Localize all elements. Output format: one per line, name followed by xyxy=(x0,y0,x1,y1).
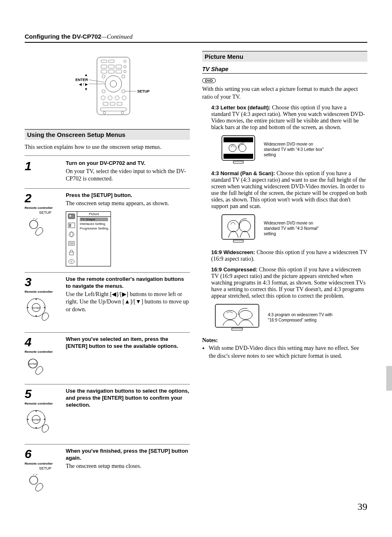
remote-controller-label: Remote controller xyxy=(25,402,66,405)
page-header: Configuring the DV-CP702—Continued xyxy=(25,33,367,43)
svg-point-27 xyxy=(121,111,124,114)
svg-point-18 xyxy=(101,96,105,100)
tv-illustration-compressed: 4:3 program on widescreen TV with "16:9 … xyxy=(214,303,367,331)
picture-icon xyxy=(68,213,75,219)
svg-point-19 xyxy=(108,96,112,100)
svg-text:▲: ▲ xyxy=(84,73,88,77)
option-letterbox: 4:3 Letter box (default): Choose this op… xyxy=(211,104,367,131)
svg-rect-63 xyxy=(224,154,253,159)
svg-rect-1 xyxy=(101,60,107,62)
nav-ring-icon: ENTER xyxy=(25,296,66,326)
nav-ring-icon: ENTER xyxy=(25,408,66,438)
svg-point-7 xyxy=(124,65,126,68)
setup-button-icon xyxy=(25,473,66,495)
svg-point-41 xyxy=(69,232,74,237)
svg-rect-47 xyxy=(69,252,74,255)
svg-rect-10 xyxy=(116,70,122,73)
svg-point-58 xyxy=(30,476,38,484)
step-1: 1 Turn on your DV-CP702 and TV. On your … xyxy=(25,155,190,189)
header-title: Configuring the DV-CP702 xyxy=(25,33,101,40)
osd-item: Interlaced Setting xyxy=(80,222,108,226)
svg-point-17 xyxy=(122,90,125,93)
lock-icon xyxy=(68,250,75,255)
svg-point-16 xyxy=(102,90,105,93)
option-label: 4:3 Letter box (default): xyxy=(211,104,272,111)
svg-point-68 xyxy=(228,220,239,232)
svg-rect-25 xyxy=(100,108,127,111)
tv-illustration-letterbox: Widescreen DVD movie on standard TV with… xyxy=(221,135,367,164)
left-column: ▲ ENTER ◀ / ▶ ▼ SETUP Using the Onscreen… xyxy=(25,51,190,501)
enter-button-icon: ENTER xyxy=(25,356,66,378)
svg-point-13 xyxy=(110,81,117,87)
step-body: The onscreen setup menu appears, as show… xyxy=(66,200,190,207)
step-number: 4 xyxy=(25,336,66,348)
svg-rect-4 xyxy=(101,65,107,68)
svg-rect-2 xyxy=(108,60,114,62)
caption: Widescreen DVD movie on standard TV with… xyxy=(264,220,330,236)
disc-icon xyxy=(68,259,75,264)
step-bold: When you've selected an item, press the … xyxy=(66,336,190,350)
intro-body: With this setting you can select a pictu… xyxy=(202,86,367,101)
svg-rect-0 xyxy=(97,57,130,115)
notes-heading: Notes: xyxy=(202,337,367,344)
svg-line-36 xyxy=(35,218,37,220)
step-bold: Press the [SETUP] button. xyxy=(66,192,190,199)
remote-controller-label: Remote controller xyxy=(25,290,66,294)
remote-diagram: ▲ ENTER ◀ / ▶ ▼ SETUP xyxy=(25,55,190,117)
step-number: 2 xyxy=(25,192,66,204)
svg-text:ENTER: ENTER xyxy=(32,307,41,309)
svg-line-59 xyxy=(33,474,35,475)
svg-rect-9 xyxy=(108,70,114,73)
svg-point-11 xyxy=(124,70,126,73)
svg-rect-22 xyxy=(103,102,108,105)
tv-illustration-panscan: Widescreen DVD movie on standard TV with… xyxy=(221,214,367,243)
osd-item: Progressive Setting xyxy=(80,227,108,230)
osd-title: Picture xyxy=(77,212,111,217)
diagram-enter-label: ENTER xyxy=(75,78,88,82)
step-bold: Turn on your DV-CP702 and TV. xyxy=(66,160,190,167)
svg-rect-24 xyxy=(117,102,122,105)
step-bold: Use the remote controller's navigation b… xyxy=(66,276,190,290)
option-label: 4:3 Normal (Pan & Scan): xyxy=(211,170,277,176)
svg-point-38 xyxy=(69,215,71,217)
svg-point-65 xyxy=(239,144,246,152)
step-4: 4 Remote controller ENTER When you've se… xyxy=(25,333,190,384)
remote-controller-label: Remote controller xyxy=(25,206,66,210)
section-heading-picture-menu: Picture Menu xyxy=(202,51,367,62)
svg-text:ENTER: ENTER xyxy=(32,419,41,421)
display-icon xyxy=(68,222,75,228)
option-widescreen: 16:9 Widescreen: Choose this option if y… xyxy=(211,249,367,262)
svg-rect-66 xyxy=(233,161,243,163)
page-number: 39 xyxy=(357,501,367,512)
svg-point-69 xyxy=(239,220,251,232)
option-label: 16:9 Widescreen: xyxy=(211,249,256,255)
step-body: Use the Left/Right [◀]/[▶] buttons to mo… xyxy=(66,291,190,313)
svg-rect-8 xyxy=(101,70,107,73)
globe-icon xyxy=(68,231,75,237)
caption: Widescreen DVD movie on standard TV with… xyxy=(264,141,330,157)
option-panscan: 4:3 Normal (Pan & Scan): Choose this opt… xyxy=(211,170,367,210)
notes-list: With some DVD-Video discs this setting m… xyxy=(202,345,367,360)
step-number: 6 xyxy=(25,448,66,460)
svg-point-12 xyxy=(105,76,122,92)
svg-point-42 xyxy=(70,232,73,237)
side-tab xyxy=(386,366,392,391)
svg-point-20 xyxy=(115,96,119,100)
osd-item: TV Shape xyxy=(80,218,108,221)
svg-rect-62 xyxy=(224,137,253,142)
svg-point-21 xyxy=(122,96,126,100)
setup-label: SETUP xyxy=(25,211,66,215)
svg-point-48 xyxy=(69,259,74,264)
svg-text:▼: ▼ xyxy=(84,87,88,91)
svg-point-26 xyxy=(103,111,106,114)
caption: 4:3 program on widescreen TV with "16:9 … xyxy=(268,312,334,323)
svg-text:◀ / ▶: ◀ / ▶ xyxy=(79,82,88,86)
osd-menu-illustration: Picture TV Shape Interlaced Setting Prog… xyxy=(66,211,111,266)
step-6: 6 Remote controller SETUP When you've fi… xyxy=(25,444,190,501)
remote-controller-label: Remote controller xyxy=(25,350,66,354)
svg-text:ENTER: ENTER xyxy=(29,363,37,365)
note-item: With some DVD-Video discs this setting m… xyxy=(209,345,367,360)
step-2: 2 Remote controller SETUP Press the [SET… xyxy=(25,189,190,273)
svg-rect-70 xyxy=(233,240,243,242)
svg-point-14 xyxy=(102,75,105,78)
